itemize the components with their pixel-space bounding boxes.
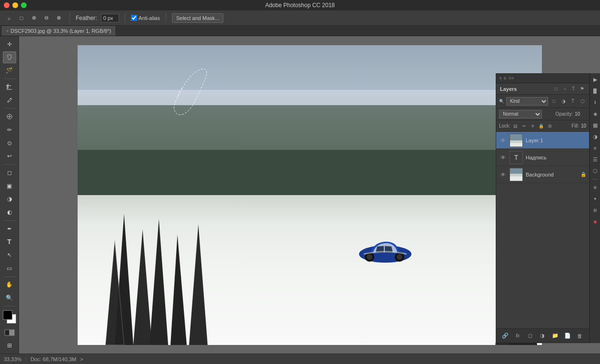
history-brush-btn[interactable]: ↩ bbox=[3, 150, 16, 162]
info-icon[interactable]: ℹ bbox=[591, 98, 600, 107]
svg-rect-5 bbox=[10, 330, 14, 335]
antialias-checkbox[interactable]: Anti-alias bbox=[131, 15, 160, 21]
maximize-button[interactable] bbox=[21, 2, 27, 8]
layer-visibility-eye[interactable]: 👁 bbox=[499, 154, 507, 161]
filter-text-icon[interactable]: T bbox=[569, 98, 577, 105]
layer-visibility-eye[interactable]: 👁 bbox=[499, 137, 507, 144]
move-tool-btn[interactable]: ✛ bbox=[3, 38, 16, 50]
layers-panel: × ≡ >> Layers □ ○ T ⚑ 🔍 Kind □ ◑ T ⬡ bbox=[496, 73, 590, 343]
blend-mode-dropdown[interactable]: Normal bbox=[499, 110, 542, 118]
link-layers-icon[interactable]: 🔗 bbox=[501, 332, 510, 340]
type-tool-btn[interactable]: T bbox=[3, 236, 16, 248]
blur-tool-btn[interactable]: ◑ bbox=[3, 193, 16, 206]
shape-add-btn[interactable]: ⊕ bbox=[29, 13, 39, 23]
layers-icon[interactable]: ≡ bbox=[591, 144, 600, 152]
layer-item[interactable]: 👁 Layer 1 bbox=[496, 132, 589, 149]
main-area: ✛ 🪄 bbox=[0, 36, 600, 354]
histogram-icon[interactable]: ▐▌ bbox=[591, 87, 600, 95]
clone-stamp-btn[interactable]: ⊙ bbox=[3, 137, 16, 149]
document-tab[interactable]: × DSCF2903.jpg @ 33,3% (Layer 1, RGB/8*) bbox=[2, 26, 115, 36]
fill-value[interactable]: 10 bbox=[581, 123, 586, 128]
lasso-tool-btn[interactable] bbox=[3, 51, 16, 64]
opacity-value[interactable]: 10 bbox=[575, 111, 586, 117]
gradient-tool-btn[interactable]: ▣ bbox=[3, 180, 16, 192]
hand-tool-btn[interactable]: ✋ bbox=[3, 279, 16, 291]
layers-panel-header: Layers □ ○ T ⚑ bbox=[496, 83, 589, 95]
quick-mask-btn[interactable] bbox=[3, 328, 16, 338]
adjustment-layer-icon[interactable]: ◑ bbox=[538, 332, 547, 340]
brush-tool-btn[interactable]: ✏ bbox=[3, 124, 16, 136]
layer-name: Надпись bbox=[526, 155, 586, 160]
channels-icon[interactable]: ☰ bbox=[591, 155, 600, 164]
layer-thumbnail: T bbox=[510, 151, 523, 164]
extra3-icon[interactable]: ⊞ bbox=[591, 206, 600, 215]
play-icon[interactable]: ▶ bbox=[591, 75, 600, 84]
layer-item[interactable]: 👁 Background 🔒 bbox=[496, 166, 589, 183]
new-layer-icon[interactable]: 📄 bbox=[563, 332, 572, 340]
top-toolbar: ⌕ □ ⊕ ⊖ ⊗ Feather: Anti-alias Select and… bbox=[0, 10, 600, 26]
swatches-icon[interactable]: ▦ bbox=[591, 121, 600, 129]
layers-footer: 🔗 fx ◻ ◑ 📁 📄 🗑 bbox=[496, 328, 589, 343]
tool-sep-3 bbox=[4, 164, 15, 165]
lasso-options-btn[interactable]: ⌕ bbox=[4, 13, 14, 23]
foreground-color[interactable] bbox=[3, 310, 12, 320]
screen-mode-btn[interactable]: ⊞ bbox=[3, 339, 16, 352]
filter-dropdown[interactable]: Kind bbox=[506, 97, 548, 106]
magic-wand-btn[interactable]: 🪄 bbox=[3, 64, 16, 77]
layer-icon-1[interactable]: □ bbox=[553, 86, 560, 92]
canvas bbox=[78, 45, 542, 345]
pen-tool-btn[interactable]: ✒ bbox=[3, 223, 16, 235]
minimize-button[interactable] bbox=[12, 2, 18, 8]
layer-visibility-eye[interactable]: 👁 bbox=[499, 171, 507, 178]
close-button[interactable] bbox=[4, 2, 10, 8]
extra4-icon[interactable]: ◉ bbox=[591, 217, 600, 226]
layer-item[interactable]: 👁 T Надпись bbox=[496, 149, 589, 166]
filter-shape-icon[interactable]: ⬡ bbox=[579, 98, 586, 105]
adjustments-icon[interactable]: ◑ bbox=[591, 132, 600, 141]
status-arrow[interactable]: > bbox=[80, 356, 83, 362]
lock-position-icon[interactable]: ✏ bbox=[521, 123, 528, 129]
color-icon[interactable]: ◈ bbox=[591, 109, 600, 118]
dodge-tool-btn[interactable]: ◐ bbox=[3, 206, 16, 218]
layer-icon-3[interactable]: T bbox=[570, 86, 577, 92]
filter-pixel-icon[interactable]: □ bbox=[550, 98, 558, 105]
fill-label: Fill: bbox=[571, 123, 579, 128]
crop-tool-btn[interactable] bbox=[3, 81, 16, 93]
layer-mask-icon[interactable]: ◻ bbox=[526, 332, 534, 340]
shape-tool-btn[interactable]: ▭ bbox=[3, 262, 16, 275]
layer-thumbnail bbox=[510, 134, 523, 147]
lock-artboard-icon[interactable]: ⊞ bbox=[547, 123, 553, 129]
eyedropper-tool-btn[interactable] bbox=[3, 94, 16, 107]
select-mask-button[interactable]: Select and Mask... bbox=[172, 13, 224, 23]
lock-move-icon[interactable]: ✛ bbox=[530, 123, 536, 129]
shape-intersect-btn[interactable]: ⊗ bbox=[53, 13, 64, 23]
layer-folder-icon[interactable]: 📁 bbox=[551, 332, 560, 340]
tab-close[interactable]: × bbox=[6, 29, 9, 33]
zoom-tool-btn[interactable]: 🔍 bbox=[3, 292, 16, 304]
path-select-btn[interactable]: ↖ bbox=[3, 249, 16, 261]
panel-menu-icon[interactable]: ≡ bbox=[504, 76, 507, 81]
shape-square-btn[interactable]: □ bbox=[16, 13, 27, 23]
extra2-icon[interactable]: ✦ bbox=[591, 195, 600, 203]
delete-layer-icon[interactable]: 🗑 bbox=[576, 332, 584, 340]
healing-brush-btn[interactable] bbox=[3, 110, 16, 123]
panel-close-icon[interactable]: × bbox=[499, 76, 502, 81]
tool-sep-2 bbox=[4, 108, 15, 108]
tab-filename: DSCF2903.jpg @ 33,3% (Layer 1, RGB/8*) bbox=[10, 28, 111, 34]
layer-effects-icon[interactable]: fx bbox=[513, 332, 522, 340]
eraser-tool-btn[interactable]: ◻ bbox=[3, 167, 16, 179]
doc-size: Doc: 68,7M/140,3M bbox=[30, 356, 76, 362]
lock-pixels-icon[interactable]: ▤ bbox=[512, 123, 519, 129]
panel-expand-icon[interactable]: >> bbox=[509, 76, 514, 81]
shape-subtract-btn[interactable]: ⊖ bbox=[41, 13, 51, 23]
layer-icon-4[interactable]: ⚑ bbox=[579, 86, 585, 92]
tool-sep-6 bbox=[4, 306, 15, 306]
feather-input[interactable] bbox=[101, 14, 119, 22]
lock-row: Lock: ▤ ✏ ✛ 🔒 ⊞ Fill: 10 bbox=[496, 120, 589, 132]
filter-adjust-icon[interactable]: ◑ bbox=[560, 98, 567, 105]
antialias-label: Anti-alias bbox=[139, 15, 160, 21]
lock-all-icon[interactable]: 🔒 bbox=[538, 123, 545, 129]
paths-icon[interactable]: ⬡ bbox=[591, 167, 600, 175]
layer-icon-2[interactable]: ○ bbox=[561, 86, 568, 92]
extra1-icon[interactable]: ⊕ bbox=[591, 183, 600, 192]
